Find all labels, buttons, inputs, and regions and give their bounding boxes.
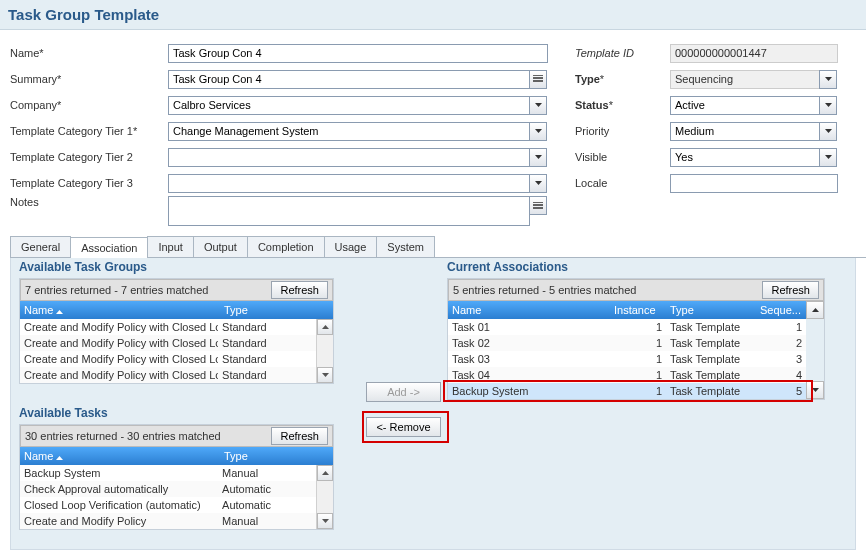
groups-refresh-button[interactable]: Refresh xyxy=(271,281,328,299)
locale-field[interactable] xyxy=(670,174,838,193)
move-down-button[interactable] xyxy=(806,381,824,399)
priority-dropdown-button[interactable] xyxy=(819,122,837,141)
tasks-status: 30 entries returned - 30 entries matched xyxy=(25,430,271,442)
groups-col-name[interactable]: Name xyxy=(20,304,220,316)
assoc-col-name[interactable]: Name xyxy=(448,304,610,316)
tier3-field[interactable] xyxy=(168,174,530,193)
company-field[interactable] xyxy=(168,96,530,115)
assoc-col-instance[interactable]: Instance xyxy=(610,304,666,316)
summary-field[interactable] xyxy=(168,70,530,89)
assoc-status: 5 entries returned - 5 entries matched xyxy=(453,284,762,296)
label-type: Type* xyxy=(575,73,670,85)
table-row[interactable]: Backup System1Task Template5 xyxy=(448,383,806,399)
groups-box: 7 entries returned - 7 entries matched R… xyxy=(19,278,334,384)
type-dropdown-button[interactable] xyxy=(819,70,837,89)
tasks-refresh-button[interactable]: Refresh xyxy=(271,427,328,445)
notes-menu-button[interactable] xyxy=(529,196,547,215)
table-row[interactable]: Task 011Task Template1 xyxy=(448,319,806,335)
label-name: Name xyxy=(10,47,168,59)
label-status: Status* xyxy=(575,99,670,111)
label-locale: Locale xyxy=(575,177,670,189)
scroll-up-icon[interactable] xyxy=(317,319,333,335)
tasks-col-name[interactable]: Name xyxy=(20,450,220,462)
tab-usage[interactable]: Usage xyxy=(324,236,378,257)
tab-completion[interactable]: Completion xyxy=(247,236,325,257)
notes-field[interactable] xyxy=(168,196,530,226)
tab-input[interactable]: Input xyxy=(147,236,193,257)
label-company: Company xyxy=(10,99,168,111)
company-dropdown-button[interactable] xyxy=(529,96,547,115)
name-field[interactable] xyxy=(168,44,548,63)
visible-field[interactable] xyxy=(670,148,820,167)
tier1-dropdown-button[interactable] xyxy=(529,122,547,141)
tier2-field[interactable] xyxy=(168,148,530,167)
label-priority: Priority xyxy=(575,125,670,137)
table-row[interactable]: Task 021Task Template2 xyxy=(448,335,806,351)
assoc-col-type[interactable]: Type xyxy=(666,304,756,316)
page-title: Task Group Template xyxy=(0,0,866,30)
table-row[interactable]: Create and Modify Policy with Closed LoS… xyxy=(20,367,316,383)
table-row[interactable]: Create and Modify Policy with Closed LoS… xyxy=(20,319,316,335)
table-row[interactable]: Create and Modify Policy with Closed LoS… xyxy=(20,351,316,367)
label-notes: Notes xyxy=(10,196,168,208)
remove-button[interactable]: <- Remove xyxy=(366,417,441,437)
status-dropdown-button[interactable] xyxy=(819,96,837,115)
assoc-refresh-button[interactable]: Refresh xyxy=(762,281,819,299)
label-tier2: Template Category Tier 2 xyxy=(10,151,168,163)
priority-field[interactable] xyxy=(670,122,820,141)
tab-output[interactable]: Output xyxy=(193,236,248,257)
tier3-dropdown-button[interactable] xyxy=(529,174,547,193)
summary-menu-button[interactable] xyxy=(529,70,547,89)
assoc-box: 5 entries returned - 5 entries matched R… xyxy=(447,278,825,400)
tier1-field[interactable] xyxy=(168,122,530,141)
label-tier1: Template Category Tier 1 xyxy=(10,125,168,137)
assoc-title: Current Associations xyxy=(447,260,825,274)
label-tier3: Template Category Tier 3 xyxy=(10,177,168,189)
label-visible: Visible xyxy=(575,151,670,163)
table-row[interactable]: Create and Modify Policy with Closed LoS… xyxy=(20,335,316,351)
tab-association[interactable]: Association xyxy=(70,237,148,258)
table-row[interactable]: Closed Loop Verification (automatic)Auto… xyxy=(20,497,316,513)
type-field[interactable]: Sequencing xyxy=(670,70,820,89)
scroll-down-icon[interactable] xyxy=(317,513,333,529)
label-summary: Summary xyxy=(10,73,168,85)
table-row[interactable]: Backup SystemManual xyxy=(20,465,316,481)
tab-general[interactable]: General xyxy=(10,236,71,257)
label-template-id: Template ID xyxy=(575,47,670,59)
sort-asc-icon xyxy=(56,304,63,316)
add-button[interactable]: Add -> xyxy=(366,382,441,402)
table-row[interactable]: Task 041Task Template4 xyxy=(448,367,806,383)
tab-system[interactable]: System xyxy=(376,236,435,257)
template-id-field: 000000000001447 xyxy=(670,44,838,63)
tasks-box: 30 entries returned - 30 entries matched… xyxy=(19,424,334,530)
assoc-col-seq[interactable]: Seque... xyxy=(756,304,806,316)
tier2-dropdown-button[interactable] xyxy=(529,148,547,167)
scroll-up-icon[interactable] xyxy=(317,465,333,481)
move-up-button[interactable] xyxy=(806,301,824,319)
groups-col-type[interactable]: Type xyxy=(220,304,319,316)
tasks-scrollbar[interactable] xyxy=(316,465,333,529)
table-row[interactable]: Create and Modify PolicyManual xyxy=(20,513,316,529)
form-area: Name Summary Company Template Category T… xyxy=(0,30,866,230)
visible-dropdown-button[interactable] xyxy=(819,148,837,167)
groups-status: 7 entries returned - 7 entries matched xyxy=(25,284,271,296)
status-field[interactable] xyxy=(670,96,820,115)
association-panel: Available Task Groups 7 entries returned… xyxy=(10,258,856,550)
table-row[interactable]: Task 031Task Template3 xyxy=(448,351,806,367)
tabstrip: GeneralAssociationInputOutputCompletionU… xyxy=(10,236,866,258)
table-row[interactable]: Check Approval automaticallyAutomatic xyxy=(20,481,316,497)
tasks-col-type[interactable]: Type xyxy=(220,450,319,462)
scroll-down-icon[interactable] xyxy=(317,367,333,383)
sort-asc-icon xyxy=(56,450,63,462)
groups-title: Available Task Groups xyxy=(19,260,334,274)
tasks-title: Available Tasks xyxy=(19,406,334,420)
groups-scrollbar[interactable] xyxy=(316,319,333,383)
